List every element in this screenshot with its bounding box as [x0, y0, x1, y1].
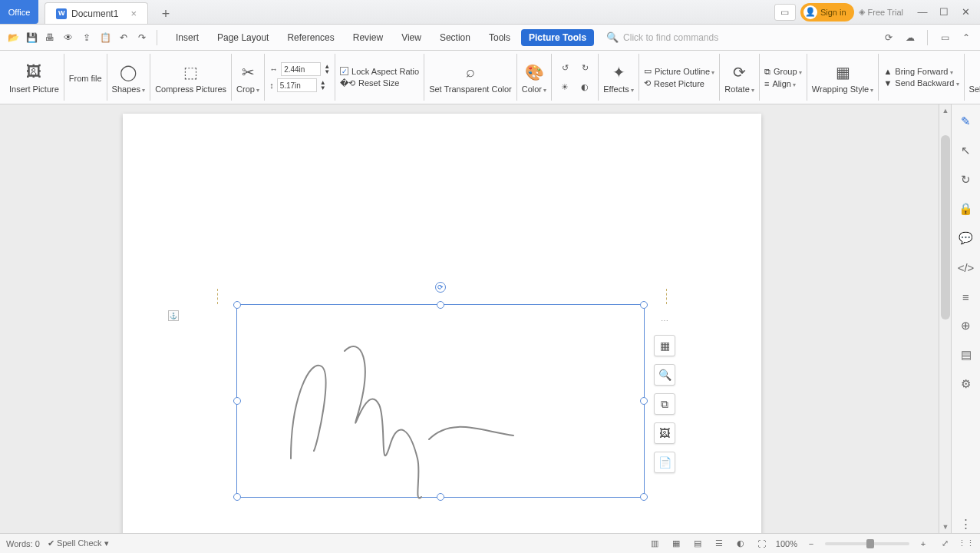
align-button[interactable]: ≡ Align — [764, 79, 802, 88]
grp-shapes[interactable]: ◯ Shapes — [107, 54, 150, 101]
zoom-value[interactable]: 100% — [776, 539, 797, 548]
width-stepper[interactable]: ▲▼ — [324, 64, 330, 75]
sb-comment-icon[interactable]: 💬 — [957, 229, 975, 247]
bring-forward-button[interactable]: ▲ Bring Forward — [883, 67, 959, 76]
word-count[interactable]: Words: 0 — [6, 539, 40, 548]
grp-compress[interactable]: ⬚ Compress Pictures — [150, 54, 231, 101]
scroll-down-icon[interactable]: ▼ — [939, 521, 951, 533]
zoom-slider[interactable] — [825, 542, 909, 545]
command-search[interactable]: 🔍 Click to find commands — [606, 31, 867, 43]
sync-icon[interactable]: ⟳ — [879, 29, 898, 46]
resize-handle-ne[interactable] — [640, 301, 648, 309]
preview-icon[interactable]: 👁 — [60, 29, 77, 46]
vertical-scrollbar[interactable]: ▲ ▼ — [939, 104, 951, 533]
close-window-button[interactable]: ✕ — [955, 4, 975, 21]
height-input[interactable]: 5.17in — [277, 78, 317, 92]
tab-close-icon[interactable]: × — [130, 8, 137, 19]
collapse-ribbon-icon[interactable]: ⌃ — [957, 29, 975, 46]
sb-more-icon[interactable]: ⋮ — [957, 515, 975, 533]
grp-from-file[interactable]: From file — [64, 54, 107, 101]
reset-size-button[interactable]: �⟲ Reset Size — [340, 78, 419, 88]
zoom-in-button[interactable]: + — [916, 537, 931, 551]
grp-wrapping[interactable]: ▦ Wrapping Style — [807, 54, 879, 101]
sb-outline-icon[interactable]: ≡ — [957, 287, 975, 306]
zoom-slider-thumb[interactable] — [866, 539, 874, 548]
float-crop-icon[interactable]: ⧉ — [654, 393, 675, 415]
sb-edit-icon[interactable]: ✎ — [957, 112, 975, 131]
reset-picture-button[interactable]: ⟲ Reset Picture — [644, 78, 714, 88]
spell-check-toggle[interactable]: ✔ Spell Check ▾ — [48, 538, 109, 548]
tab-review[interactable]: Review — [345, 29, 391, 46]
rotate-handle[interactable]: ⟳ — [435, 282, 446, 293]
fit-page-button[interactable]: ⤢ — [937, 537, 952, 551]
export-icon[interactable]: ⇪ — [78, 29, 95, 46]
grp-selection-pane[interactable]: ☰ Selection Pane — [964, 54, 980, 101]
float-collapse-icon[interactable]: ⋯ — [654, 313, 675, 327]
grp-rotate[interactable]: ⟳ Rotate — [719, 54, 759, 101]
redo-icon[interactable]: ↷ — [134, 29, 150, 46]
app-grid-button[interactable]: ⋮⋮ — [959, 537, 974, 551]
minimize-button[interactable]: — — [912, 4, 932, 21]
sb-grid-icon[interactable]: ▤ — [957, 346, 975, 364]
view-fullwidth-icon[interactable]: ⛶ — [754, 537, 770, 551]
print-icon[interactable]: 🖶 — [41, 29, 58, 46]
tab-page-layout[interactable]: Page Layout — [210, 29, 276, 46]
float-zoom-icon[interactable]: 🔍 — [654, 364, 675, 386]
send-backward-button[interactable]: ▼ Send Backward — [883, 78, 959, 88]
sb-settings-icon[interactable]: ⚙ — [957, 375, 975, 393]
view-read-icon[interactable]: ▦ — [668, 537, 684, 551]
document-tab[interactable]: Document1 × — [45, 2, 148, 24]
undo-icon[interactable]: ↶ — [115, 29, 132, 46]
signin-button[interactable]: 👤 Sign in — [800, 3, 854, 22]
tab-picture-tools[interactable]: Picture Tools — [521, 29, 594, 46]
float-layout-icon[interactable]: ▦ — [654, 335, 675, 356]
sb-history-icon[interactable]: ↻ — [957, 171, 975, 189]
float-export-icon[interactable]: 📄 — [654, 452, 675, 473]
resize-handle-se[interactable] — [640, 493, 648, 501]
rotate-left-icon[interactable]: ↺ — [556, 59, 573, 76]
brightness-icon[interactable]: ☀ — [556, 78, 573, 95]
grp-crop[interactable]: ✂ Crop — [231, 54, 264, 101]
open-icon[interactable]: 📂 — [5, 29, 21, 46]
scroll-up-icon[interactable]: ▲ — [939, 104, 951, 117]
save-icon[interactable]: 💾 — [23, 29, 40, 46]
scroll-thumb[interactable] — [941, 135, 950, 320]
sb-lock-icon[interactable]: 🔒 — [957, 200, 975, 218]
width-input[interactable]: 2.44in — [281, 62, 321, 76]
zoom-out-button[interactable]: − — [803, 537, 819, 551]
float-replace-icon[interactable]: 🖼 — [654, 422, 675, 444]
resize-handle-sw[interactable] — [233, 493, 241, 501]
view-focus-icon[interactable]: ◐ — [733, 537, 748, 551]
grp-insert-picture[interactable]: 🖼 Insert Picture — [5, 54, 64, 101]
maximize-button[interactable]: ☐ — [934, 4, 954, 21]
new-tab-button[interactable]: + — [156, 4, 176, 24]
tab-view[interactable]: View — [394, 29, 429, 46]
paste-icon[interactable]: 📋 — [97, 29, 114, 46]
panel-icon[interactable]: ▭ — [935, 29, 954, 46]
grp-color[interactable]: 🎨 Color — [516, 54, 552, 101]
selected-picture[interactable]: ⟳ — [236, 304, 645, 498]
rotate-right-icon[interactable]: ↻ — [576, 59, 593, 76]
group-button[interactable]: ⧉ Group — [764, 67, 802, 77]
sb-select-icon[interactable]: ↖ — [957, 141, 975, 160]
sb-add-icon[interactable]: ⊕ — [957, 316, 975, 335]
view-print-icon[interactable]: ▥ — [647, 537, 662, 551]
resize-handle-e[interactable] — [640, 397, 648, 405]
workspace-button[interactable]: ▭ — [774, 4, 796, 21]
contrast-icon[interactable]: ◐ — [576, 78, 593, 95]
tab-insert[interactable]: Insert — [168, 29, 206, 46]
lock-aspect-checkbox[interactable]: ✓ Lock Aspect Ratio — [340, 67, 419, 76]
resize-handle-n[interactable] — [437, 301, 444, 309]
height-stepper[interactable]: ▲▼ — [320, 80, 326, 91]
grp-effects[interactable]: ✦ Effects — [598, 54, 638, 101]
resize-handle-w[interactable] — [233, 397, 241, 405]
picture-outline-button[interactable]: ▭ Picture Outline — [644, 66, 714, 76]
cloud-icon[interactable]: ☁ — [901, 29, 919, 46]
picture-anchor-icon[interactable]: ⚓ — [168, 310, 179, 321]
sb-code-icon[interactable]: </> — [957, 258, 975, 276]
tab-section[interactable]: Section — [432, 29, 478, 46]
tab-references[interactable]: References — [279, 29, 342, 46]
free-trial-button[interactable]: ◈ Free Trial — [859, 7, 903, 17]
app-menu-button[interactable]: Office — [0, 0, 38, 24]
view-outline-icon[interactable]: ☰ — [711, 537, 727, 551]
